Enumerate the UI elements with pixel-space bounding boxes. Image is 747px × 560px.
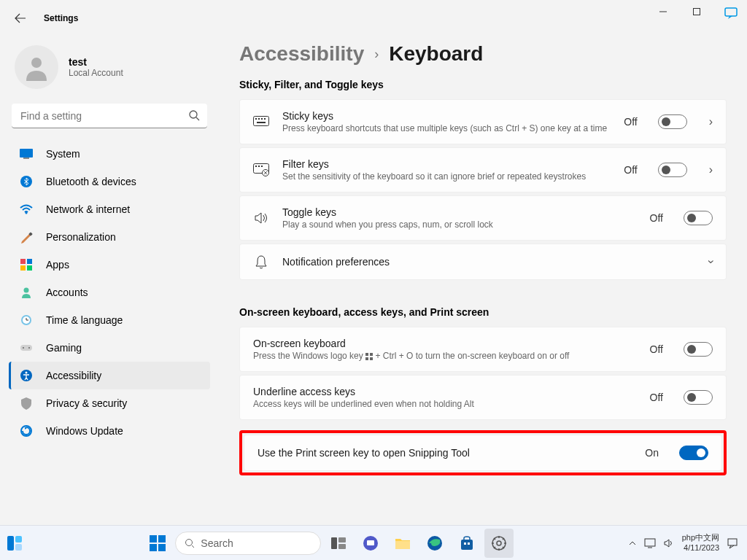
- nav-label: Accessibility: [46, 370, 101, 381]
- notifications-icon[interactable]: [727, 537, 738, 549]
- search-input[interactable]: [12, 104, 207, 128]
- minimize-button[interactable]: [646, 0, 680, 23]
- time-text: php中文网: [682, 533, 719, 542]
- explorer-button[interactable]: [388, 529, 417, 558]
- svg-rect-1: [694, 9, 700, 15]
- edge-button[interactable]: [420, 529, 449, 558]
- user-account-type: Local Account: [69, 68, 123, 78]
- filter-keys-row[interactable]: Filter keys Set the sensitivity of the k…: [239, 147, 727, 192]
- svg-rect-48: [331, 537, 337, 549]
- svg-rect-44: [150, 544, 157, 551]
- nav-update[interactable]: Windows Update: [9, 417, 210, 445]
- svg-rect-7: [23, 158, 29, 159]
- person-icon: [23, 53, 50, 81]
- svg-point-22: [26, 372, 28, 374]
- nav-apps[interactable]: Apps: [9, 251, 210, 279]
- chat-button[interactable]: [356, 529, 385, 558]
- svg-rect-41: [15, 544, 22, 551]
- nav-time[interactable]: Time & language: [9, 306, 210, 334]
- shield-icon: [20, 397, 33, 410]
- svg-rect-33: [261, 166, 263, 167]
- svg-rect-12: [27, 259, 32, 264]
- svg-rect-32: [258, 166, 260, 167]
- svg-point-20: [28, 347, 30, 349]
- card-desc: Play a sound when you press caps, num, o…: [282, 219, 637, 230]
- svg-rect-53: [395, 541, 410, 549]
- svg-rect-43: [158, 535, 166, 542]
- svg-rect-6: [20, 149, 33, 158]
- update-icon: [20, 424, 33, 438]
- svg-point-3: [31, 58, 42, 68]
- nav-label: Personalization: [46, 231, 116, 243]
- store-button[interactable]: [452, 529, 481, 558]
- svg-rect-2: [725, 8, 737, 16]
- search-icon[interactable]: [188, 109, 200, 121]
- clock-icon: [20, 314, 33, 327]
- svg-rect-28: [264, 118, 266, 120]
- printscreen-toggle[interactable]: [679, 446, 708, 460]
- task-view-button[interactable]: [324, 529, 353, 558]
- print-screen-row: Use the Print screen key to open Snippin…: [244, 435, 722, 471]
- svg-rect-50: [338, 544, 346, 549]
- svg-rect-45: [158, 544, 166, 551]
- underline-toggle[interactable]: [684, 390, 713, 405]
- sticky-keys-toggle[interactable]: [658, 114, 687, 129]
- maximize-button[interactable]: [680, 0, 713, 23]
- nav-accessibility[interactable]: Accessibility: [9, 362, 210, 389]
- notification-preferences-row[interactable]: Notification preferences ›: [239, 244, 727, 280]
- breadcrumb-parent[interactable]: Accessibility: [239, 42, 364, 66]
- underline-access-keys-row: Underline access keys Access keys will b…: [239, 375, 727, 420]
- back-button[interactable]: [6, 4, 35, 33]
- search-placeholder: Search: [201, 537, 233, 549]
- nav-network[interactable]: Network & internet: [9, 195, 210, 223]
- search-icon: [185, 538, 195, 548]
- nav-accounts[interactable]: Accounts: [9, 279, 210, 306]
- filter-keys-toggle[interactable]: [658, 163, 687, 177]
- nav-label: Windows Update: [46, 425, 123, 437]
- svg-rect-31: [255, 166, 257, 167]
- toggle-keys-toggle[interactable]: [684, 211, 713, 225]
- nav-bluetooth[interactable]: Bluetooth & devices: [9, 168, 210, 195]
- user-block[interactable]: test Local Account: [9, 36, 210, 104]
- taskbar-search[interactable]: Search: [175, 532, 321, 555]
- chevron-right-icon: ›: [709, 163, 713, 176]
- clock[interactable]: php中文网 4/11/2023: [682, 533, 719, 552]
- chevron-up-icon[interactable]: [628, 539, 637, 548]
- monitor-icon[interactable]: [644, 538, 656, 548]
- sticky-keys-row[interactable]: Sticky keys Press keyboard shortcuts tha…: [239, 99, 727, 144]
- nav-gaming[interactable]: Gaming: [9, 334, 210, 362]
- widgets-button[interactable]: [0, 529, 29, 558]
- nav-privacy[interactable]: Privacy & security: [9, 389, 210, 417]
- chevron-right-icon: ›: [709, 115, 713, 128]
- settings-button[interactable]: [484, 529, 514, 558]
- start-button[interactable]: [143, 529, 172, 558]
- keyboard-filter-icon: [253, 163, 269, 176]
- search-box: [12, 104, 207, 128]
- card-desc: Press the Windows logo key + Ctrl + O to…: [253, 351, 637, 361]
- chat-icon[interactable]: [724, 6, 738, 20]
- svg-rect-24: [254, 117, 269, 126]
- svg-rect-55: [461, 540, 473, 550]
- accessibility-icon: [20, 369, 33, 382]
- nav-label: Privacy & security: [46, 397, 127, 409]
- volume-icon[interactable]: [663, 538, 675, 548]
- system-tray[interactable]: php中文网 4/11/2023: [628, 533, 747, 552]
- svg-point-15: [24, 288, 29, 293]
- svg-rect-52: [367, 540, 374, 545]
- svg-point-4: [190, 111, 197, 118]
- apps-icon: [20, 258, 33, 271]
- svg-rect-11: [20, 259, 26, 264]
- nav-list: System Bluetooth & devices Network & int…: [9, 140, 210, 445]
- nav-system[interactable]: System: [9, 140, 210, 168]
- wifi-icon: [20, 203, 33, 216]
- system-icon: [20, 147, 33, 160]
- nav-personalization[interactable]: Personalization: [9, 223, 210, 251]
- nav-label: Gaming: [46, 342, 82, 354]
- gamepad-icon: [20, 341, 33, 354]
- svg-rect-49: [338, 537, 346, 542]
- accounts-icon: [20, 286, 33, 299]
- bell-icon: [253, 254, 269, 269]
- breadcrumb: Accessibility › Keyboard: [239, 42, 727, 66]
- osk-toggle[interactable]: [684, 342, 713, 357]
- nav-label: Network & internet: [46, 203, 130, 215]
